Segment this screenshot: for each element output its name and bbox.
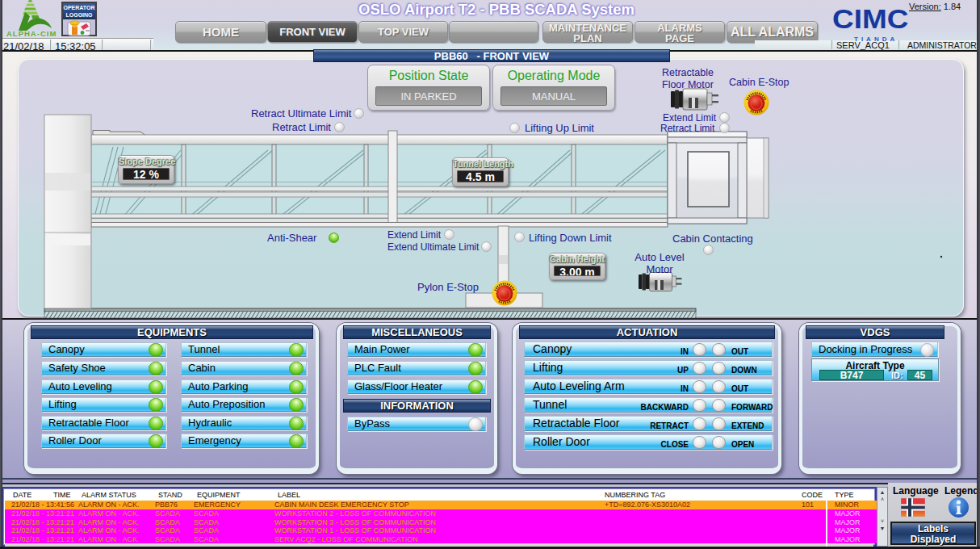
svg-text:ALPHA-CIM: ALPHA-CIM: [6, 29, 57, 38]
